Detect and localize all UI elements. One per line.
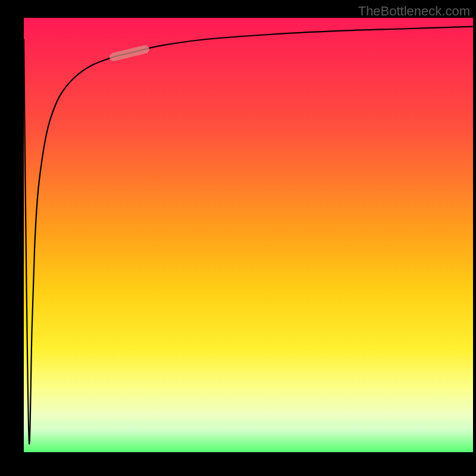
curve-svg [24, 18, 473, 452]
chart-container: TheBottleneck.com [0, 0, 476, 476]
attribution-text: TheBottleneck.com [358, 4, 470, 19]
curve-highlight-segment [114, 49, 145, 57]
plot-area [24, 18, 473, 452]
bottleneck-curve-line [24, 27, 473, 444]
